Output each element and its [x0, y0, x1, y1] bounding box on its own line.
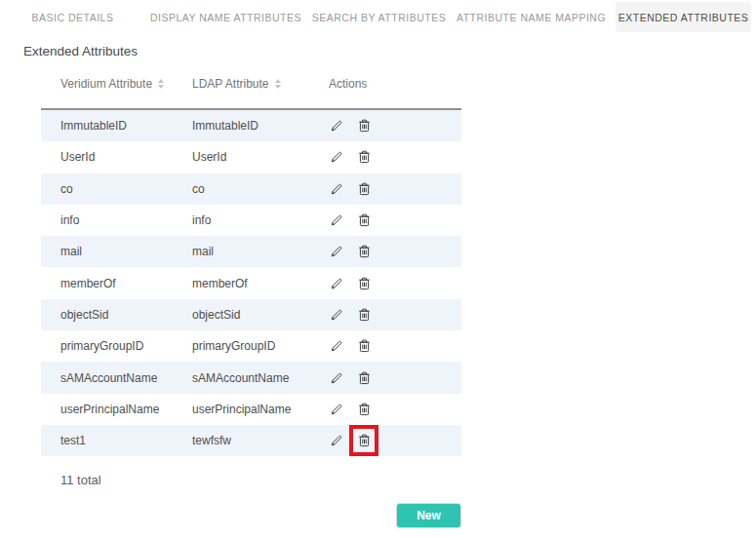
delete-icon[interactable] [356, 275, 372, 292]
sort-arrows-icon[interactable] [158, 79, 164, 89]
delete-icon[interactable] [356, 337, 372, 355]
ldap-attribute-cell: userPrincipalName [192, 403, 329, 416]
edit-icon[interactable] [329, 432, 344, 449]
edit-icon[interactable] [329, 211, 344, 229]
edit-icon[interactable] [329, 369, 344, 387]
edit-icon[interactable] [329, 148, 344, 166]
row-actions [329, 306, 461, 324]
ldap-attribute-cell: memberOf [192, 277, 329, 290]
ldap-attribute-cell: ImmutableID [192, 119, 329, 133]
delete-icon[interactable] [356, 306, 372, 324]
delete-icon[interactable] [356, 432, 372, 449]
tab-basic-details[interactable]: BASIC DETAILS [5, 2, 140, 32]
tab-search-by-attributes[interactable]: SEARCH BY ATTRIBUTES [311, 2, 447, 32]
veridium-attribute-cell: objectSid [60, 308, 192, 322]
row-actions [329, 401, 461, 418]
table-body: ImmutableID ImmutableID UserId UserId [41, 110, 461, 456]
table-row: test1 tewfsfw [41, 425, 461, 456]
row-actions [329, 211, 461, 229]
edit-icon[interactable] [329, 117, 344, 134]
table-row: objectSid objectSid [41, 299, 461, 330]
table-header-row: Veridium Attribute LDAP Attribute Action… [41, 69, 461, 110]
delete-icon[interactable] [356, 180, 372, 198]
column-header-ldap-attribute: LDAP Attribute [192, 77, 329, 108]
table-row: UserId UserId [41, 141, 461, 173]
ldap-attribute-cell: sAMAccountName [192, 371, 329, 385]
total-count: 11 total [60, 473, 756, 487]
row-actions [329, 180, 461, 198]
row-actions [329, 243, 461, 260]
row-actions [329, 117, 461, 134]
ldap-attribute-cell: UserId [192, 150, 329, 164]
delete-icon[interactable] [356, 117, 372, 134]
veridium-attribute-cell: mail [60, 245, 192, 258]
table-row: ImmutableID ImmutableID [41, 110, 461, 141]
delete-icon[interactable] [356, 243, 372, 260]
veridium-attribute-cell: test1 [60, 434, 192, 447]
table-row: userPrincipalName userPrincipalName [41, 394, 461, 425]
edit-icon[interactable] [329, 243, 344, 260]
ldap-attribute-cell: objectSid [192, 308, 329, 322]
delete-icon[interactable] [356, 211, 372, 229]
page-title: Extended Attributes [23, 44, 756, 58]
veridium-attribute-cell: memberOf [60, 277, 192, 290]
veridium-attribute-cell: ImmutableID [60, 119, 192, 133]
column-header-label: LDAP Attribute [192, 77, 269, 91]
delete-icon[interactable] [356, 148, 372, 166]
veridium-attribute-cell: UserId [60, 150, 192, 164]
column-header-label: Actions [329, 77, 367, 91]
veridium-attribute-cell: userPrincipalName [60, 403, 192, 416]
edit-icon[interactable] [329, 275, 344, 292]
row-actions [329, 432, 461, 449]
table-row: info info [41, 205, 461, 236]
column-header-label: Veridium Attribute [60, 77, 152, 91]
veridium-attribute-cell: info [60, 213, 192, 227]
row-actions [329, 369, 461, 387]
sort-arrows-icon[interactable] [275, 79, 281, 89]
edit-icon[interactable] [329, 180, 344, 198]
table-row: co co [41, 173, 461, 205]
ldap-attribute-cell: info [192, 213, 329, 227]
table-row: mail mail [41, 236, 461, 267]
ldap-attribute-cell: mail [192, 245, 329, 258]
edit-icon[interactable] [329, 401, 344, 418]
row-actions [329, 148, 461, 166]
tab-attribute-name-mapping[interactable]: ATTRIBUTE NAME MAPPING [457, 2, 606, 32]
ldap-attribute-cell: tewfsfw [192, 434, 329, 447]
ldap-attribute-cell: co [192, 182, 329, 196]
table-row: sAMAccountName sAMAccountName [41, 362, 461, 393]
tab-extended-attributes[interactable]: EXTENDED ATTRIBUTES [616, 2, 751, 32]
extended-attributes-table: Veridium Attribute LDAP Attribute Action… [41, 69, 461, 456]
new-button[interactable]: New [397, 504, 460, 527]
delete-icon[interactable] [356, 401, 372, 418]
row-actions [329, 337, 461, 355]
column-header-veridium-attribute: Veridium Attribute [60, 77, 192, 108]
table-row: memberOf memberOf [41, 267, 461, 298]
veridium-attribute-cell: primaryGroupID [60, 339, 192, 353]
tab-bar: BASIC DETAILS DISPLAY NAME ATTRIBUTES SE… [0, 0, 756, 32]
table-row: primaryGroupID primaryGroupID [41, 330, 461, 362]
tab-display-name-attributes[interactable]: DISPLAY NAME ATTRIBUTES [150, 2, 301, 32]
row-actions [329, 275, 461, 292]
column-header-actions: Actions [329, 77, 461, 108]
ldap-attribute-cell: primaryGroupID [192, 339, 329, 353]
veridium-attribute-cell: co [60, 182, 192, 196]
edit-icon[interactable] [329, 306, 344, 324]
edit-icon[interactable] [329, 337, 344, 355]
veridium-attribute-cell: sAMAccountName [60, 371, 192, 385]
delete-icon[interactable] [356, 369, 372, 387]
